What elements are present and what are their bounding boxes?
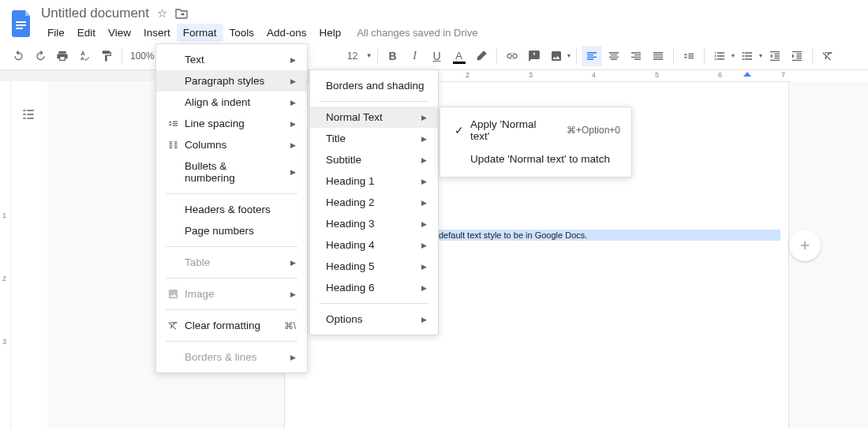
decrease-indent-button[interactable]	[765, 46, 785, 66]
clear-format-button[interactable]	[817, 46, 838, 66]
text-color-button[interactable]: A	[449, 46, 470, 66]
menu-update-normal[interactable]: Update 'Normal text' to match	[440, 147, 631, 170]
font-size-input[interactable]: 12▼	[342, 50, 372, 62]
vertical-ruler[interactable]: 1 2 3	[0, 81, 11, 428]
star-icon[interactable]: ☆	[157, 6, 167, 21]
menu-align-indent[interactable]: Align & indent▶	[156, 92, 307, 113]
align-justify-button[interactable]	[648, 46, 668, 66]
align-right-button[interactable]	[626, 46, 646, 66]
bulleted-dropdown-icon[interactable]: ▼	[758, 53, 763, 58]
menu-heading-6[interactable]: Heading 6▶	[310, 277, 438, 298]
menu-heading-2[interactable]: Heading 2▶	[310, 192, 438, 213]
right-indent-marker[interactable]	[743, 72, 751, 80]
menu-columns[interactable]: Columns▶	[156, 134, 307, 155]
numbered-dropdown-icon[interactable]: ▼	[730, 53, 735, 58]
undo-button[interactable]	[8, 46, 28, 66]
save-status: All changes saved in Drive	[357, 27, 477, 39]
paint-format-button[interactable]	[96, 46, 117, 66]
italic-button[interactable]: I	[405, 46, 425, 66]
docs-logo[interactable]	[8, 9, 36, 38]
bold-button[interactable]: B	[383, 46, 403, 66]
menu-table: Table▶	[156, 252, 307, 273]
insert-image-button[interactable]	[546, 46, 567, 66]
outline-toggle-icon[interactable]	[21, 107, 38, 124]
menu-borders-lines: Borders & lines▶	[156, 346, 307, 368]
menu-image: Image▶	[156, 283, 307, 305]
print-button[interactable]	[52, 46, 73, 66]
svg-rect-2	[16, 28, 23, 29]
menu-bullets-numbering[interactable]: Bullets & numbering▶	[156, 155, 307, 189]
format-menu: Text▶ Paragraph styles▶ Align & indent▶ …	[155, 43, 308, 373]
line-spacing-icon	[167, 118, 185, 129]
svg-rect-1	[16, 24, 26, 26]
image-icon	[167, 288, 185, 300]
menu-heading-5[interactable]: Heading 5▶	[310, 256, 438, 277]
menubar: File Edit View Insert Format Tools Add-o…	[41, 24, 477, 42]
increase-indent-button[interactable]	[787, 46, 807, 66]
menu-tools[interactable]: Tools	[223, 24, 261, 42]
menu-headers-footers[interactable]: Headers & footers	[156, 199, 307, 220]
menu-heading-4[interactable]: Heading 4▶	[310, 234, 438, 256]
svg-rect-0	[16, 21, 26, 23]
menu-addons[interactable]: Add-ons	[260, 24, 312, 42]
redo-button[interactable]	[30, 46, 51, 66]
align-center-button[interactable]	[604, 46, 624, 66]
menu-heading-1[interactable]: Heading 1▶	[310, 170, 438, 192]
document-title[interactable]: Untitled document	[41, 6, 149, 21]
highlight-button[interactable]	[471, 46, 492, 66]
menu-help[interactable]: Help	[312, 24, 347, 42]
menu-clear-formatting[interactable]: Clear formatting⌘\	[156, 315, 307, 336]
menu-line-spacing[interactable]: Line spacing▶	[156, 113, 307, 134]
clear-icon	[167, 320, 185, 331]
menu-page-numbers[interactable]: Page numbers	[156, 220, 307, 241]
underline-button[interactable]: U	[427, 46, 447, 66]
image-dropdown-icon[interactable]: ▼	[567, 53, 572, 58]
menu-paragraph-styles[interactable]: Paragraph styles▶	[156, 70, 307, 92]
menu-normal-text[interactable]: Normal Text▶	[310, 107, 438, 128]
menu-borders-shading[interactable]: Borders and shading	[310, 75, 438, 96]
numbered-list-button[interactable]	[709, 46, 730, 66]
bulleted-list-button[interactable]	[737, 46, 758, 66]
normal-text-menu: ✓Apply 'Normal text'⌘+Option+0 Update 'N…	[440, 107, 632, 178]
toolbar: 100%▼ 12▼ B I U A ▼ ▼ ▼	[0, 42, 868, 70]
columns-icon	[167, 139, 185, 151]
menu-title[interactable]: Title▶	[310, 128, 438, 149]
menu-insert[interactable]: Insert	[137, 24, 177, 42]
menu-heading-3[interactable]: Heading 3▶	[310, 213, 438, 234]
body-text[interactable]: default text style to be in Google Docs.	[438, 230, 780, 241]
align-left-button[interactable]	[582, 46, 602, 66]
insert-comment-button[interactable]	[524, 46, 544, 66]
move-folder-icon[interactable]	[175, 8, 188, 19]
spellcheck-button[interactable]	[74, 46, 95, 66]
menu-edit[interactable]: Edit	[71, 24, 102, 42]
explore-button[interactable]	[789, 230, 821, 261]
insert-link-button[interactable]	[502, 46, 522, 66]
menu-text[interactable]: Text▶	[156, 49, 307, 70]
menu-apply-normal[interactable]: ✓Apply 'Normal text'⌘+Option+0	[440, 114, 631, 147]
line-spacing-button[interactable]	[679, 46, 699, 66]
menu-file[interactable]: File	[41, 24, 71, 42]
menu-view[interactable]: View	[102, 24, 137, 42]
menu-subtitle[interactable]: Subtitle▶	[310, 149, 438, 170]
check-icon: ✓	[455, 124, 470, 136]
paragraph-styles-menu: Borders and shading Normal Text▶ Title▶ …	[309, 69, 439, 335]
menu-options[interactable]: Options▶	[310, 308, 438, 330]
menu-format[interactable]: Format	[177, 24, 223, 42]
